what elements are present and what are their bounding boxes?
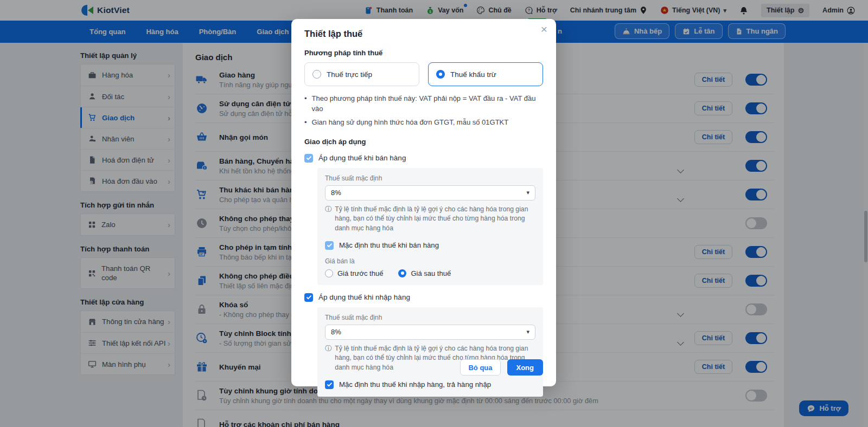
checkbox-checked-icon[interactable]	[325, 241, 334, 250]
apply-transactions-label: Giao dịch áp dụng	[304, 138, 543, 146]
info-icon: ⓘ	[325, 205, 331, 234]
checkbox-checked-icon[interactable]	[304, 293, 313, 302]
tax-method-notes: •Theo phương pháp tính thuế này: VAT phả…	[304, 94, 543, 128]
bullet-dot: •	[304, 94, 307, 114]
apply-purchase-tax-checkbox-row[interactable]: Áp dụng thuế khi nhập hàng	[304, 293, 543, 302]
radio-selected-icon	[436, 70, 445, 79]
purchase-tax-rate-select[interactable]: 8% ▾	[325, 325, 535, 340]
info-icon: ⓘ	[325, 344, 331, 373]
sale-tax-panel: Thuế suất mặc định 8% ▾ ⓘ Tỷ lệ tính thu…	[317, 168, 543, 285]
close-icon[interactable]: ×	[541, 23, 547, 35]
default-sale-tax-checkbox-row[interactable]: Mặc định thu thuế khi bán hàng	[325, 241, 535, 250]
radio-icon	[312, 70, 321, 79]
apply-sale-tax-checkbox-row[interactable]: Áp dụng thuế khi bán hàng	[304, 154, 543, 163]
tax-rate-info: ⓘ Tỷ lệ tính thuế mặc định là tỷ lệ gợi …	[325, 205, 535, 234]
radio-price-after-tax[interactable]: Giá sau thuế	[398, 269, 451, 277]
checkbox-checked-icon[interactable]	[304, 154, 313, 163]
tax-method-options: Thuế trực tiếp Thuế khấu trừ	[304, 62, 543, 86]
tax-settings-modal: × Thiết lập thuế Phương pháp tính thuế T…	[291, 19, 556, 386]
sale-tax-rate-select[interactable]: 8% ▾	[325, 185, 535, 200]
price-type-label: Giá bán là	[325, 257, 535, 265]
radio-price-before-tax[interactable]: Giá trước thuế	[325, 269, 383, 277]
chevron-down-icon: ▾	[526, 189, 529, 196]
purchase-tax-panel: Thuế suất mặc định 8% ▾ ⓘ Tỷ lệ tính thu…	[317, 307, 543, 397]
radio-card-direct-tax[interactable]: Thuế trực tiếp	[304, 62, 419, 86]
radio-icon	[325, 269, 333, 277]
price-type-options: Giá trước thuế Giá sau thuế	[325, 269, 535, 277]
tax-rate-label: Thuế suất mặc định	[325, 174, 535, 182]
done-button[interactable]: Xong	[507, 359, 544, 376]
modal-footer: Bỏ qua Xong	[460, 359, 543, 376]
radio-selected-icon	[398, 269, 406, 277]
modal-title: Thiết lập thuế	[304, 29, 543, 39]
default-purchase-tax-checkbox-row[interactable]: Mặc định thu thuế khi nhập hàng, trả hàn…	[325, 380, 535, 389]
bullet-dot: •	[304, 118, 307, 128]
checkbox-checked-icon[interactable]	[325, 380, 334, 389]
skip-button[interactable]: Bỏ qua	[460, 359, 500, 376]
chevron-down-icon: ▾	[526, 328, 529, 335]
tax-rate-label: Thuế suất mặc định	[325, 314, 535, 321]
radio-card-deduction-tax[interactable]: Thuế khấu trừ	[428, 62, 543, 86]
tax-method-label: Phương pháp tính thuế	[304, 49, 543, 57]
